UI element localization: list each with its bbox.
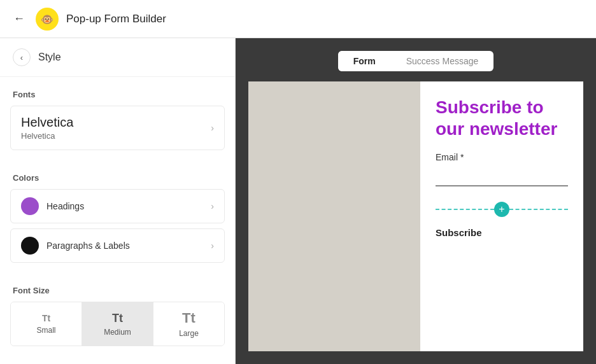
font-info: Helvetica Helvetica <box>21 115 73 141</box>
font-size-label: Font Size <box>0 273 235 302</box>
panel-title: Style <box>38 52 61 63</box>
preview-area: Subscribe to our newsletter Email * + Su… <box>248 81 583 351</box>
form-toggle: Form Success Message <box>338 51 494 71</box>
colors-section: Colors Headings › Paragraphs & Labels › <box>0 160 235 273</box>
tab-form[interactable]: Form <box>338 51 391 71</box>
topbar: ← 🐵 Pop-up Form Builder <box>0 0 596 38</box>
divider-plus-row: + <box>436 202 568 217</box>
paragraphs-chevron-icon: › <box>211 241 214 251</box>
medium-label: Medium <box>104 328 131 337</box>
main-layout: ‹ Style Fonts Helvetica Helvetica › Colo… <box>0 38 596 364</box>
preview-form: Subscribe to our newsletter Email * + Su… <box>420 81 583 351</box>
subscribe-title: Subscribe to our newsletter <box>436 97 568 139</box>
style-panel: ‹ Style Fonts Helvetica Helvetica › Colo… <box>0 38 236 364</box>
small-label: Small <box>36 326 55 335</box>
back-arrow-icon: ← <box>13 12 25 25</box>
colors-section-label: Colors <box>0 160 235 189</box>
small-tt-icon: Tt <box>42 313 50 323</box>
dashed-line-left <box>436 209 494 210</box>
headings-color-left: Headings <box>21 197 84 215</box>
panel-back-icon: ‹ <box>20 53 23 62</box>
paragraphs-color-item[interactable]: Paragraphs & Labels › <box>10 228 225 263</box>
topbar-title: Pop-up Form Builder <box>66 13 166 25</box>
headings-color-dot <box>21 197 39 215</box>
paragraphs-color-label: Paragraphs & Labels <box>46 241 130 251</box>
tab-success[interactable]: Success Message <box>391 51 494 71</box>
panel-back-button[interactable]: ‹ <box>13 48 31 66</box>
preview-image-placeholder <box>248 81 420 351</box>
headings-color-label: Headings <box>46 201 84 211</box>
font-size-options: Tt Small Tt Medium Tt Large <box>10 302 225 346</box>
headings-color-item[interactable]: Headings › <box>10 189 225 223</box>
font-chevron-icon: › <box>211 123 214 133</box>
email-input[interactable] <box>436 167 568 186</box>
headings-chevron-icon: › <box>211 201 214 211</box>
medium-tt-icon: Tt <box>112 312 123 325</box>
paragraphs-color-dot <box>21 237 39 255</box>
paragraphs-color-left: Paragraphs & Labels <box>21 237 130 255</box>
font-sub-display: Helvetica <box>21 131 73 141</box>
font-size-small[interactable]: Tt Small <box>11 302 82 346</box>
panel-header: ‹ Style <box>0 38 235 77</box>
large-tt-icon: Tt <box>182 310 195 326</box>
mailchimp-logo: 🐵 <box>36 8 59 31</box>
fonts-section-label: Fonts <box>0 77 235 106</box>
subscribe-button[interactable]: Subscribe <box>436 227 568 238</box>
font-size-large[interactable]: Tt Large <box>153 302 224 346</box>
font-size-medium[interactable]: Tt Medium <box>82 302 153 346</box>
large-label: Large <box>179 329 199 338</box>
svg-text:🐵: 🐵 <box>41 13 54 26</box>
font-selector[interactable]: Helvetica Helvetica › <box>10 106 225 150</box>
preview-panel: Form Success Message Subscribe to our ne… <box>236 38 596 364</box>
dashed-line-right <box>509 209 568 210</box>
add-element-button[interactable]: + <box>494 202 509 217</box>
topbar-back-button[interactable]: ← <box>10 10 28 28</box>
email-label: Email * <box>436 152 568 162</box>
font-name-display: Helvetica <box>21 115 73 130</box>
font-size-section: Font Size Tt Small Tt Medium Tt Large <box>0 273 235 351</box>
